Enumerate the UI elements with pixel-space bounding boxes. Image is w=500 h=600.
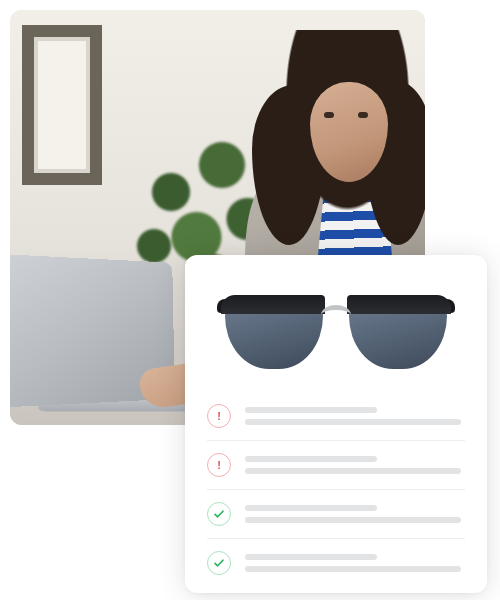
placeholder-lines <box>245 554 465 572</box>
sunglasses-icon <box>221 285 451 377</box>
placeholder-lines <box>245 456 465 474</box>
product-image <box>207 273 465 388</box>
placeholder-bar <box>245 566 461 572</box>
placeholder-lines <box>245 407 465 425</box>
placeholder-bar <box>245 468 461 474</box>
product-check-card: ! ! <box>185 255 487 593</box>
check-row <box>207 502 465 539</box>
check-icon <box>207 502 231 526</box>
placeholder-bar <box>245 407 377 413</box>
check-list: ! ! <box>207 404 465 575</box>
alert-icon: ! <box>207 404 231 428</box>
placeholder-bar <box>245 456 377 462</box>
frame-top-right <box>347 295 451 314</box>
placeholder-bar <box>245 505 377 511</box>
check-icon <box>207 551 231 575</box>
frame-top-left <box>221 295 325 314</box>
check-row <box>207 551 465 575</box>
picture-frame <box>22 25 102 185</box>
alert-icon: ! <box>207 453 231 477</box>
check-row: ! <box>207 453 465 490</box>
placeholder-bar <box>245 419 461 425</box>
placeholder-bar <box>245 517 461 523</box>
placeholder-bar <box>245 554 377 560</box>
svg-text:!: ! <box>217 459 221 471</box>
svg-text:!: ! <box>217 410 221 422</box>
check-row: ! <box>207 404 465 441</box>
placeholder-lines <box>245 505 465 523</box>
